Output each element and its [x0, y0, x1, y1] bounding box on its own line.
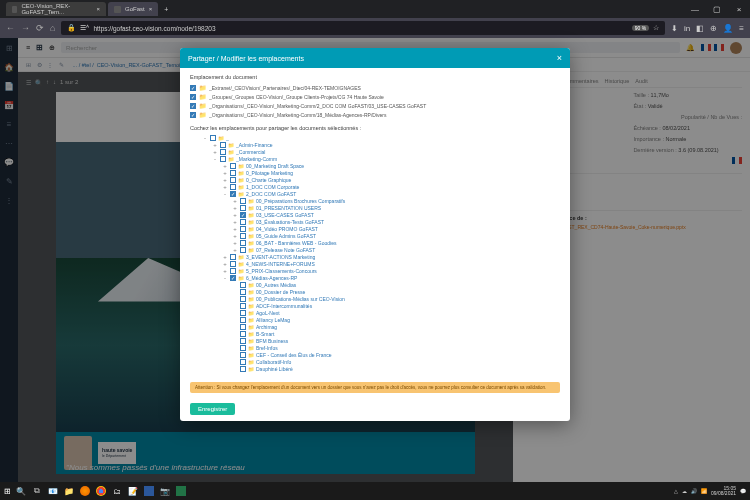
tree-checkbox[interactable]: [240, 296, 246, 302]
tree-node[interactable]: +📁0_Pilotage Marketing: [192, 169, 560, 176]
tree-checkbox[interactable]: [240, 205, 246, 211]
tree-node[interactable]: 📁Alliancy LeMag: [192, 316, 560, 323]
tree-node[interactable]: 📁BFM Business: [192, 337, 560, 344]
tree-checkbox[interactable]: [230, 184, 236, 190]
tree-node[interactable]: +📁00_Marketing Draft Space: [192, 162, 560, 169]
tree-node[interactable]: +📁05_Guide Admins GoFAST: [192, 232, 560, 239]
tree-checkbox[interactable]: [240, 212, 246, 218]
tree-node[interactable]: -📁_: [192, 134, 560, 141]
tree-checkbox[interactable]: [230, 191, 236, 197]
new-tab-button[interactable]: +: [160, 6, 172, 13]
tree-node[interactable]: +📁5_PRIX-Classements-Concours: [192, 267, 560, 274]
tree-node[interactable]: +📁_Admin-Finance: [192, 141, 560, 148]
tray-icon[interactable]: △: [674, 488, 678, 494]
tree-node[interactable]: 📁00_Publications-Médias sur CEO-Vision: [192, 295, 560, 302]
expand-icon[interactable]: +: [232, 219, 238, 225]
tree-checkbox[interactable]: [240, 247, 246, 253]
taskbar-app[interactable]: 📧: [47, 485, 59, 497]
tree-checkbox[interactable]: [240, 240, 246, 246]
taskbar-app[interactable]: [79, 485, 91, 497]
tree-node[interactable]: 📁ADCF-Intercommunalités: [192, 302, 560, 309]
tree-node[interactable]: -📁2_DOC COM GoFAST: [192, 190, 560, 197]
tree-checkbox[interactable]: [240, 198, 246, 204]
tree-node[interactable]: +📁06_BAT - Bannières WEB - Goodies: [192, 239, 560, 246]
browser-tab-2[interactable]: GoFast×: [108, 2, 158, 16]
bookmark-icon[interactable]: ☆: [653, 24, 659, 32]
taskbar-app[interactable]: 📷: [159, 485, 171, 497]
close-icon[interactable]: ×: [149, 6, 153, 12]
expand-icon[interactable]: +: [232, 212, 238, 218]
tree-node[interactable]: -📁6_Médias-Agences-RP: [192, 274, 560, 281]
tree-checkbox[interactable]: [240, 310, 246, 316]
taskbar-app[interactable]: 📝: [127, 485, 139, 497]
home-button[interactable]: ⌂: [50, 23, 55, 33]
tray-icon[interactable]: ☁: [682, 488, 687, 494]
expand-icon[interactable]: +: [222, 170, 228, 176]
tree-checkbox[interactable]: [220, 142, 226, 148]
expand-icon[interactable]: +: [222, 177, 228, 183]
tree-node[interactable]: 📁00_Dossier de Presse: [192, 288, 560, 295]
tray-icon[interactable]: 🔊: [691, 488, 697, 494]
url-bar[interactable]: 🔒 ☰ᴬ https://gofast.ceo-vision.com/node/…: [61, 21, 665, 35]
expand-icon[interactable]: -: [212, 156, 218, 162]
taskbar-app[interactable]: [175, 485, 187, 497]
notifications-icon[interactable]: 💬: [740, 488, 746, 494]
tree-checkbox[interactable]: [240, 282, 246, 288]
tree-node[interactable]: 📁CEF - Conseil des Élus de France: [192, 351, 560, 358]
expand-icon[interactable]: +: [232, 205, 238, 211]
tree-checkbox[interactable]: [240, 366, 246, 372]
tree-checkbox[interactable]: [240, 219, 246, 225]
tree-checkbox[interactable]: [240, 352, 246, 358]
close-icon[interactable]: ×: [96, 6, 100, 12]
tree-checkbox[interactable]: [240, 331, 246, 337]
tree-checkbox[interactable]: [230, 177, 236, 183]
expand-icon[interactable]: +: [222, 261, 228, 267]
maximize-button[interactable]: ▢: [706, 0, 728, 18]
tree-checkbox[interactable]: [240, 233, 246, 239]
tray-icon[interactable]: 📶: [701, 488, 707, 494]
expand-icon[interactable]: +: [232, 226, 238, 232]
tree-checkbox[interactable]: [230, 254, 236, 260]
expand-icon[interactable]: +: [222, 163, 228, 169]
extension-icon[interactable]: ◧: [696, 24, 704, 33]
checkbox-icon[interactable]: [190, 103, 196, 109]
modal-close-button[interactable]: ×: [557, 53, 562, 63]
checkbox-icon[interactable]: [190, 112, 196, 118]
task-view-icon[interactable]: ⧉: [31, 485, 43, 497]
minimize-button[interactable]: —: [684, 0, 706, 18]
tree-node[interactable]: +📁03_Évaluations-Tests GoFAST: [192, 218, 560, 225]
tree-node[interactable]: 📁Collaboratif-Info: [192, 358, 560, 365]
expand-icon[interactable]: -: [222, 191, 228, 197]
expand-icon[interactable]: +: [222, 254, 228, 260]
zoom-badge[interactable]: 90 %: [632, 25, 649, 31]
tree-node[interactable]: +📁04_Vidéo PROMO GoFAST: [192, 225, 560, 232]
taskbar-app[interactable]: [95, 485, 107, 497]
tree-node[interactable]: 📁AgoL-Next: [192, 309, 560, 316]
tree-checkbox[interactable]: [240, 289, 246, 295]
tree-checkbox[interactable]: [240, 226, 246, 232]
tree-node[interactable]: +📁01_PRESENTATION USERS: [192, 204, 560, 211]
back-button[interactable]: ←: [6, 23, 15, 33]
search-icon[interactable]: 🔍: [15, 485, 27, 497]
tree-checkbox[interactable]: [230, 170, 236, 176]
extension-icon[interactable]: ⊕: [710, 24, 717, 33]
tree-node[interactable]: +📁3_EVENT-ACTIONS Marketing: [192, 253, 560, 260]
expand-icon[interactable]: +: [212, 142, 218, 148]
forward-button[interactable]: →: [21, 23, 30, 33]
tray-clock[interactable]: 15:05 09/08/2021: [711, 486, 736, 496]
tree-node[interactable]: 📁00_Autres Médias: [192, 281, 560, 288]
tree-node[interactable]: +📁0_Charte Graphique: [192, 176, 560, 183]
tree-node[interactable]: 📁Bref-Infos: [192, 344, 560, 351]
tree-checkbox[interactable]: [240, 317, 246, 323]
taskbar-app[interactable]: 📁: [63, 485, 75, 497]
account-icon[interactable]: 👤: [723, 24, 733, 33]
tree-checkbox[interactable]: [230, 268, 236, 274]
tree-checkbox[interactable]: [240, 303, 246, 309]
start-button[interactable]: ⊞: [4, 487, 11, 496]
save-button[interactable]: Enregistrer: [190, 403, 235, 415]
checkbox-icon[interactable]: [190, 85, 196, 91]
tree-node[interactable]: +📁00_Préparations Brochures Comparatifs: [192, 197, 560, 204]
tree-node[interactable]: +📁_Commercial: [192, 148, 560, 155]
expand-icon[interactable]: +: [222, 184, 228, 190]
tree-checkbox[interactable]: [220, 156, 226, 162]
